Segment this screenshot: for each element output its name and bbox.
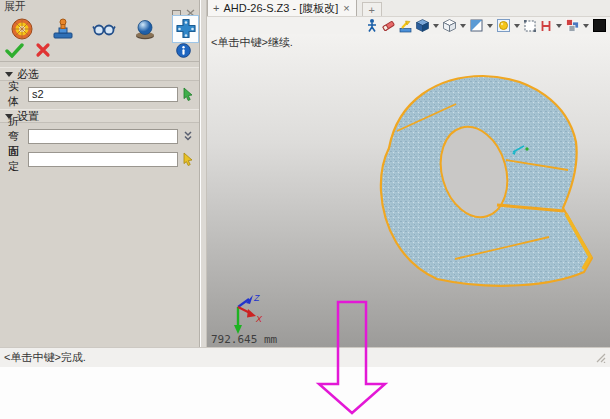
panel-title: 展开 <box>4 0 26 13</box>
view-toolbar <box>207 17 610 34</box>
zoom-window-icon[interactable] <box>523 18 537 34</box>
tab-close-icon[interactable]: × <box>342 2 350 14</box>
background-color-icon[interactable] <box>592 18 607 34</box>
align-plane-dropdown-icon[interactable] <box>487 24 493 28</box>
entity-label: 实体 <box>8 79 28 109</box>
bendface-input[interactable] <box>28 129 178 144</box>
entity-input[interactable] <box>28 87 178 102</box>
new-tab-button[interactable]: + <box>362 2 382 16</box>
eraser-icon[interactable] <box>381 18 396 34</box>
field-row-bendface: 折弯面 <box>0 126 199 146</box>
axis-z-label: Z <box>253 293 260 303</box>
panel-titlebar: 展开 <box>0 0 199 13</box>
status-bar: <单击中键>完成. <box>0 347 610 367</box>
section-view-icon[interactable] <box>539 18 553 34</box>
page-background <box>0 367 610 419</box>
sheet-metal-model[interactable] <box>381 76 592 286</box>
panel-toolbar <box>0 13 199 43</box>
field-row-fixed: 固定 <box>0 149 199 169</box>
shaded-display-icon[interactable] <box>415 18 430 34</box>
stamp-icon[interactable] <box>49 15 76 43</box>
shaded-display-dropdown-icon[interactable] <box>433 24 439 28</box>
measurement-readout: 792.645 mm <box>211 333 277 346</box>
fixed-label: 固定 <box>8 144 28 174</box>
minimize-icon[interactable] <box>172 3 181 11</box>
info-icon[interactable] <box>176 43 191 62</box>
field-row-entity: 实体 <box>0 84 199 104</box>
pick-fixed-yellow-icon[interactable] <box>181 152 195 166</box>
collapse-triangle-icon <box>5 72 13 77</box>
unfold-cross-icon[interactable] <box>172 15 199 43</box>
close-icon[interactable] <box>186 3 195 11</box>
app-window: 展开 <box>0 0 610 419</box>
status-message: <单击中键>完成. <box>4 350 86 365</box>
appearance-icon[interactable] <box>565 18 580 34</box>
tab-title: AHD-26-S.Z3 - [腹板改] <box>223 1 338 16</box>
cancel-x-icon[interactable] <box>35 42 51 62</box>
viewport-prompt: <单击中键>继续. <box>211 35 293 50</box>
render-mode-icon[interactable] <box>496 18 511 34</box>
fixed-input[interactable] <box>28 152 178 167</box>
sphere-stand-icon[interactable] <box>131 15 158 43</box>
tab-pin-icon: + <box>213 2 219 14</box>
wireframe-display-dropdown-icon[interactable] <box>460 24 466 28</box>
query-person-icon[interactable] <box>365 18 379 34</box>
resize-grip-icon[interactable] <box>596 349 606 367</box>
axis-x-label: X <box>255 314 263 324</box>
section-required[interactable]: 必选 <box>0 67 199 81</box>
render-mode-dropdown-icon[interactable] <box>514 24 520 28</box>
model-canvas: Z X <box>207 34 610 347</box>
axis-triad: Z X <box>234 293 263 334</box>
color-wheel-icon[interactable] <box>8 15 35 43</box>
appearance-dropdown-icon[interactable] <box>583 24 589 28</box>
tab-document[interactable]: + AHD-26-S.Z3 - [腹板改] × <box>207 0 357 16</box>
glasses-icon[interactable] <box>90 15 117 43</box>
double-chevron-down-icon[interactable] <box>181 129 195 143</box>
unfold-panel: 展开 <box>0 0 200 347</box>
document-area: + AHD-26-S.Z3 - [腹板改] × + <box>207 0 610 347</box>
regen-icon[interactable] <box>398 18 413 34</box>
document-tabbar: + AHD-26-S.Z3 - [腹板改] × + <box>207 0 610 17</box>
section-view-dropdown-icon[interactable] <box>556 24 562 28</box>
wireframe-display-icon[interactable] <box>442 18 457 34</box>
confirm-check-icon[interactable] <box>5 42 25 62</box>
section-settings[interactable]: 设置 <box>0 109 199 123</box>
pick-entity-green-icon[interactable] <box>181 87 195 101</box>
panel-action-row <box>0 43 199 62</box>
align-plane-icon[interactable] <box>469 18 484 34</box>
3d-viewport[interactable]: <单击中键>继续. <box>207 34 610 347</box>
